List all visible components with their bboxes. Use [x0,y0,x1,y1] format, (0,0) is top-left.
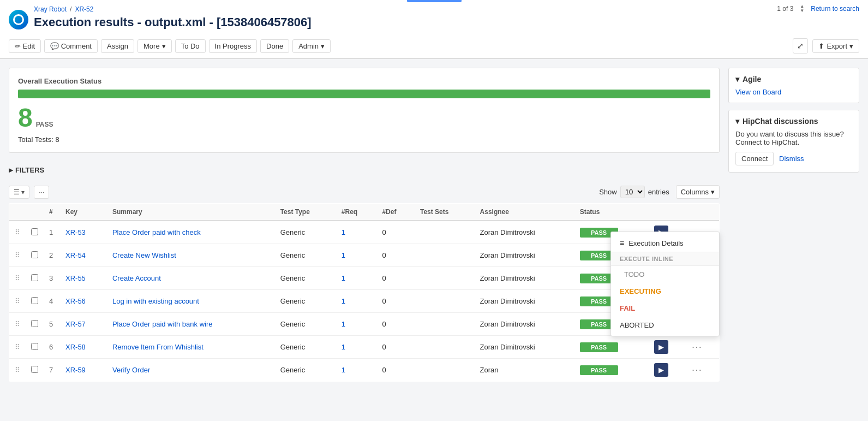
columns-button[interactable]: Columns ▾ [676,185,720,199]
assign-button[interactable]: Assign [101,39,134,53]
drag-handle: ⠿ [9,313,26,336]
row-number: 3 [44,267,60,290]
col-num: # [44,204,60,221]
todo-button[interactable]: To Do [175,39,206,53]
col-test-sets: Test Sets [415,204,475,221]
row-req[interactable]: 1 [342,274,345,282]
agile-panel: ▾ Agile View on Board [728,68,859,103]
run-button[interactable]: ▶ [654,340,668,354]
entries-select[interactable]: 10 25 50 [620,186,645,198]
row-test-type: Generic [275,290,336,313]
admin-button[interactable]: Admin ▾ [292,39,331,53]
breadcrumb-parent[interactable]: Xray Robot [34,5,67,13]
row-checkbox[interactable] [31,228,38,235]
agile-collapse-icon: ▾ [735,75,739,84]
row-summary[interactable]: Log in with existing account [112,297,199,305]
more-actions-button[interactable]: ··· [692,365,702,375]
row-req[interactable]: 1 [342,297,345,305]
row-def: 0 [376,267,415,290]
dismiss-link[interactable]: Dismiss [779,155,804,163]
pass-count: 8 [18,105,33,131]
connect-button[interactable]: Connect [735,152,774,165]
pagination-arrows[interactable]: ▲ ▼ [800,4,804,13]
fail-option[interactable]: FAIL [611,300,719,317]
hipchat-header[interactable]: ▾ HipChat discussions [735,117,852,126]
row-number: 4 [44,290,60,313]
filters-toggle[interactable]: ▶ FILTERS [9,166,44,174]
row-summary[interactable]: Place Order paid with check [112,228,201,236]
row-req[interactable]: 1 [342,251,345,259]
execute-inline-label: EXECUTE INLINE [611,252,719,266]
more-actions-button[interactable]: ··· [692,342,702,352]
return-to-search-link[interactable]: Return to search [811,5,859,13]
row-test-type: Generic [275,359,336,382]
row-key[interactable]: XR-54 [65,251,86,259]
row-def: 0 [376,336,415,359]
row-summary[interactable]: Create New Wishlist [112,251,176,259]
row-checkbox[interactable] [31,297,38,304]
row-key[interactable]: XR-56 [65,297,86,305]
col-req: #Req [336,204,377,221]
row-test-sets [415,359,475,382]
row-test-sets [415,290,475,313]
share-button[interactable]: ⤢ [793,38,808,54]
row-checkbox[interactable] [31,274,38,281]
col-assignee: Assignee [475,204,574,221]
more-button[interactable]: More ▾ [137,39,172,53]
export-button[interactable]: ⬆ Export ▾ [812,39,859,53]
executing-option[interactable]: EXECUTING [611,283,719,300]
row-key[interactable]: XR-58 [65,343,86,351]
execution-details-label: Execution Details [628,239,683,247]
row-req[interactable]: 1 [342,320,345,328]
row-checkbox[interactable] [31,251,38,258]
execution-details-item[interactable]: ≡ Execution Details [611,234,719,252]
row-key[interactable]: XR-55 [65,274,86,282]
row-key[interactable]: XR-53 [65,228,86,236]
status-title: Overall Execution Status [18,77,710,85]
row-summary[interactable]: Verify Order [112,366,150,374]
row-test-sets [415,313,475,336]
row-number: 1 [44,221,60,244]
table-more-button[interactable]: ··· [34,186,49,199]
row-summary[interactable]: Place Order paid with bank wire [112,320,213,328]
in-progress-button[interactable]: In Progress [209,39,257,53]
edit-button[interactable]: ✏ Edit [9,39,41,53]
comment-button[interactable]: 💬 Comment [44,39,98,53]
drag-handle: ⠿ [9,221,26,244]
done-button[interactable]: Done [260,39,289,53]
progress-bar [18,90,710,98]
run-button[interactable]: ▶ [654,363,668,377]
row-req[interactable]: 1 [342,228,345,236]
sidebar: ▾ Agile View on Board ▾ HipChat discussi… [728,68,859,382]
filters-label: FILTERS [15,166,44,174]
row-test-type: Generic [275,244,336,267]
row-assignee: Zoran Dimitrovski [475,244,574,267]
agile-header[interactable]: ▾ Agile [735,75,852,84]
todo-option[interactable]: TODO [611,266,719,283]
row-test-type: Generic [275,313,336,336]
row-checkbox[interactable] [31,366,38,373]
row-key[interactable]: XR-59 [65,366,86,374]
row-summary[interactable]: Remove Item From Whishlist [112,343,203,351]
row-summary[interactable]: Create Account [112,274,161,282]
row-req[interactable]: 1 [342,366,345,374]
row-checkbox[interactable] [31,320,38,327]
row-number: 2 [44,244,60,267]
view-on-board-link[interactable]: View on Board [735,88,781,96]
row-checkbox[interactable] [31,343,38,350]
col-test-type: Test Type [275,204,336,221]
filters-arrow: ▶ [9,167,13,173]
table-view-button[interactable]: ☰ ▾ [9,186,29,199]
row-req[interactable]: 1 [342,343,345,351]
execution-details-icon: ≡ [620,239,624,247]
row-test-sets [415,336,475,359]
row-number: 5 [44,313,60,336]
row-key[interactable]: XR-57 [65,320,86,328]
row-number: 7 [44,359,60,382]
aborted-option[interactable]: ABORTED [611,317,719,334]
drag-handle: ⠿ [9,336,26,359]
row-test-sets [415,267,475,290]
row-test-type: Generic [275,267,336,290]
breadcrumb-current[interactable]: XR-52 [75,5,93,13]
hipchat-title: HipChat discussions [743,117,818,126]
